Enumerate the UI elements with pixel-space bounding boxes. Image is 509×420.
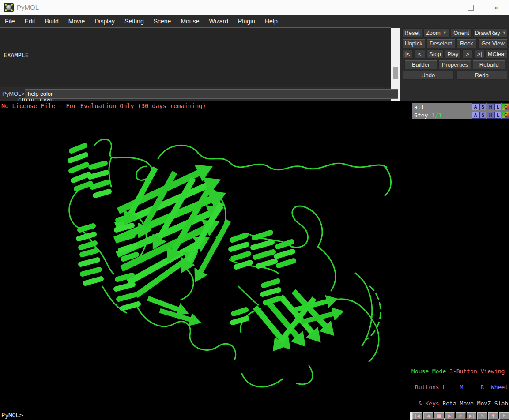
redo-button[interactable]: Redo (456, 71, 508, 80)
label-menu-button[interactable]: L (494, 103, 501, 110)
label-menu-button[interactable]: L (494, 112, 501, 119)
scene-loop-button[interactable]: S (477, 412, 487, 420)
menu-wizard[interactable]: Wizard (204, 15, 233, 27)
action-menu-button[interactable]: A (472, 112, 479, 119)
action-menu-button[interactable]: A (472, 103, 479, 110)
unpick-button[interactable]: Unpick (402, 39, 425, 48)
minimize-icon[interactable] (432, 0, 458, 15)
menu-edit[interactable]: Edit (20, 15, 40, 27)
console-line (4, 73, 391, 81)
step-back-icon[interactable]: ◀ (423, 412, 434, 420)
dropdown-icon[interactable]: ▼ (488, 412, 498, 420)
hide-menu-button[interactable]: H (487, 103, 494, 110)
menu-file[interactable]: File (0, 15, 20, 27)
movie-bar-divider (410, 412, 412, 420)
skip-end-icon[interactable]: ▶| (467, 412, 477, 420)
menu-setting[interactable]: Setting (120, 15, 149, 27)
license-notice: No License File - For Evaluation Only (3… (1, 102, 206, 109)
pymol-app-icon (4, 3, 14, 12)
play-button[interactable]: Play (445, 49, 461, 59)
movie-end-button[interactable]: >| (474, 49, 485, 59)
movie-forward-button[interactable]: > (462, 49, 473, 59)
chevron-down-icon: ▼ (502, 31, 506, 35)
object-name: all (414, 104, 424, 110)
hide-menu-button[interactable]: H (487, 112, 494, 119)
movie-start-button[interactable]: |< (402, 49, 413, 59)
properties-button[interactable]: Properties (438, 60, 471, 69)
object-row-all[interactable]: all A S H L C (412, 103, 509, 111)
close-icon[interactable]: × (483, 0, 509, 15)
window-title: PyMOL (17, 4, 39, 11)
output-console: EXAMPLE color cyan color yellow, chain A (0, 27, 391, 87)
color-menu-button[interactable]: C (502, 103, 509, 110)
menu-bar: File Edit Build Movie Display Setting Sc… (0, 15, 509, 27)
zoom-button[interactable]: Zoom▼ (423, 28, 449, 38)
maximize-icon[interactable] (458, 0, 483, 15)
reset-button[interactable]: Reset (402, 28, 422, 38)
undo-button[interactable]: Undo (403, 71, 454, 80)
orient-button[interactable]: Orient (451, 28, 472, 38)
viewport-prompt: PyMOL>_ (1, 412, 26, 419)
fullscreen-button[interactable]: F (499, 412, 509, 420)
chevron-down-icon: ▼ (443, 31, 447, 35)
upper-workspace: EXAMPLE color cyan color yellow, chain A… (0, 27, 509, 101)
object-name: 6fey (414, 112, 428, 119)
mouse-panel-line: Mouse Mode 3-Button Viewing (411, 369, 509, 374)
mclear-button[interactable]: MClear (486, 49, 508, 59)
console-line: EXAMPLE (4, 51, 391, 59)
menu-build[interactable]: Build (40, 15, 64, 27)
step-forward-icon[interactable]: > (456, 412, 466, 420)
show-menu-button[interactable]: S (479, 112, 486, 119)
builder-button[interactable]: Builder (404, 60, 437, 69)
object-panel: all A S H L C 6fey 1/1 A S H L C (412, 103, 509, 120)
stop-icon[interactable]: ■ (434, 412, 444, 420)
movie-back-button[interactable]: < (414, 49, 425, 59)
rewind-start-icon[interactable]: |◀ (412, 412, 422, 420)
rock-button[interactable]: Rock (456, 39, 477, 48)
object-state: 1/1 (431, 112, 441, 119)
scrollbar-thumb[interactable] (393, 67, 398, 79)
command-input[interactable]: help color (25, 89, 398, 99)
mouse-panel-line: Buttons L M R Wheel (411, 385, 509, 390)
title-bar: PyMOL × (0, 0, 509, 15)
get-view-button[interactable]: Get View (478, 39, 508, 48)
stop-button[interactable]: Stop (426, 49, 444, 59)
rebuild-button[interactable]: Rebuild (473, 60, 505, 69)
mouse-mode-panel: Mouse Mode 3-Button Viewing Buttons L M … (411, 358, 509, 420)
viewport-canvas[interactable]: No License File - For Evaluation Only (3… (0, 101, 509, 420)
deselect-button[interactable]: Deselect (426, 39, 455, 48)
menu-plugin[interactable]: Plugin (233, 15, 260, 27)
menu-movie[interactable]: Movie (64, 15, 90, 27)
menu-display[interactable]: Display (90, 15, 120, 27)
color-menu-button[interactable]: C (502, 112, 509, 119)
menu-help[interactable]: Help (260, 15, 283, 27)
play-icon[interactable]: ▶ (445, 412, 455, 420)
draw-ray-button[interactable]: Draw/Ray▼ (473, 28, 508, 38)
object-row-6fey[interactable]: 6fey 1/1 A S H L C (412, 111, 509, 119)
control-panel: Reset Zoom▼ Orient Draw/Ray▼ Unpick Dese… (401, 27, 509, 101)
menu-scene[interactable]: Scene (149, 15, 176, 27)
movie-control-bar: |◀ ◀ ■ ▶ > ▶| S ▼ F (412, 412, 509, 420)
show-menu-button[interactable]: S (479, 103, 486, 110)
mouse-panel-line: & Keys Rota Move MovZ Slab (411, 401, 509, 406)
command-row: PyMOL> help color (0, 88, 401, 100)
prompt-label: PyMOL> (2, 90, 25, 97)
menu-mouse[interactable]: Mouse (176, 15, 204, 27)
